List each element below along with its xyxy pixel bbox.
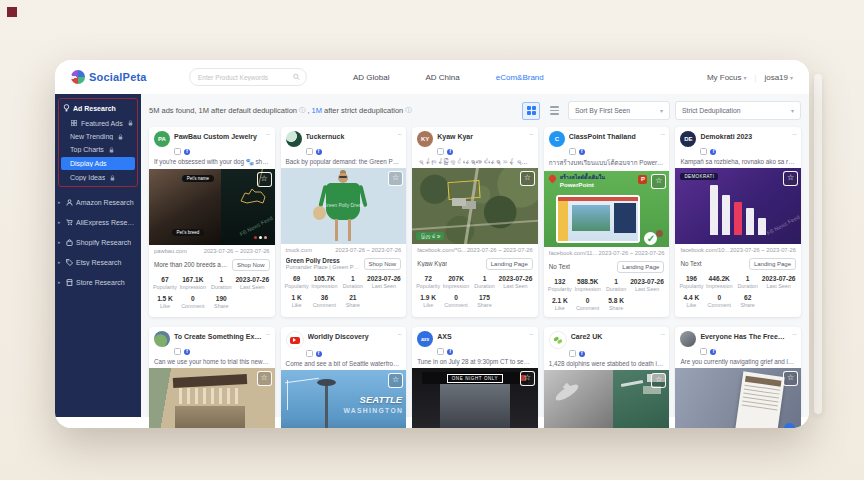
sidebar-item-top-charts[interactable]: Top Charts (59, 143, 137, 156)
sidebar-item-copy-ideas[interactable]: Copy Ideas (59, 171, 137, 184)
nav-ad-global[interactable]: AD Global (353, 73, 389, 82)
stat-last-seen: 2023-07-26Last Seen (497, 275, 534, 289)
ad-image[interactable]: ONE NIGHT ONLY ☆ (412, 368, 538, 428)
info-icon[interactable]: ⓘ (299, 106, 306, 115)
scrollbar[interactable] (814, 74, 822, 414)
advertiser-name[interactable]: PawBau Custom Jewelry (174, 131, 262, 141)
search-box[interactable] (189, 68, 307, 86)
ad-image[interactable]: ☆ (675, 368, 801, 428)
card-menu-icon[interactable]: ··· (529, 331, 533, 338)
advertiser-name[interactable]: Demokrati 2023 (700, 131, 788, 141)
ad-card-freedom[interactable]: Everyone Has The Freedom To... ··· f Are… (675, 327, 801, 428)
chevron-down-icon: ▾ (790, 75, 793, 81)
landing-page-button[interactable]: Landing Page (486, 258, 533, 270)
ad-domain[interactable]: facebook.com/*G... (417, 247, 466, 253)
advertiser-name[interactable]: Worldly Discovery (308, 331, 394, 341)
facebook-icon: f (447, 149, 453, 155)
card-menu-icon[interactable]: ··· (660, 131, 664, 138)
card-menu-icon[interactable]: ··· (792, 131, 796, 138)
ad-image[interactable]: สร้างสไลด์ดั้งเดิมใน PowerPoint P ✓ ☆ (544, 171, 670, 247)
card-menu-icon[interactable]: ··· (397, 331, 401, 338)
summary-text: 5M ads found, 1M after default deduplica… (149, 106, 297, 115)
strict-dedup-count[interactable]: 1M (312, 106, 322, 115)
card-menu-icon[interactable]: ··· (529, 131, 533, 138)
list-view-button[interactable] (545, 102, 563, 120)
card-menu-icon[interactable]: ··· (660, 331, 664, 338)
stat-popularity: 132Popularity (548, 278, 572, 292)
sidebar-item-amazon-research[interactable]: ▸ Amazon Research (55, 192, 141, 212)
favorite-star-icon[interactable]: ☆ (651, 174, 666, 189)
ad-card-kyaw-kyar[interactable]: KY Kyaw Kyar ··· f ရန်ကုန်မြို့တွင် နေရာ… (412, 127, 538, 317)
landing-page-button[interactable]: Landing Page (617, 261, 664, 273)
landing-page-button[interactable]: Landing Page (749, 258, 796, 270)
advertiser-name[interactable]: To Create Something Exceptio... (174, 331, 262, 341)
advertiser-name[interactable]: AXS (437, 331, 525, 341)
search-input[interactable] (196, 73, 293, 82)
bulb-icon (62, 104, 70, 112)
favorite-star-icon[interactable]: ☆ (783, 371, 798, 386)
advertiser-name[interactable]: Everyone Has The Freedom To... (700, 331, 788, 341)
sidebar-item-shopify-research[interactable]: ▸ Shopify Research (55, 232, 141, 252)
sidebar-item-etsy-research[interactable]: ▸ Etsy Research (55, 252, 141, 272)
ad-card-solar[interactable]: To Create Something Exceptio... ··· f Ca… (149, 327, 275, 428)
card-menu-icon[interactable]: ··· (792, 331, 796, 338)
sidebar-item-display-ads[interactable]: Display Ads (61, 157, 135, 170)
ad-image[interactable]: ☆ (149, 368, 275, 428)
sidebar-item-featured-ads[interactable]: Featured Ads (59, 116, 137, 130)
ad-domain[interactable]: pawbau.com (154, 248, 187, 254)
favorite-star-icon[interactable]: ☆ (257, 371, 272, 386)
dedup-dropdown[interactable]: Strict Deduplication ▾ (675, 101, 801, 120)
favorite-star-icon[interactable]: ☆ (520, 371, 535, 386)
my-focus-menu[interactable]: My Focus▾ (707, 73, 747, 82)
platform-icons: f (412, 147, 538, 155)
favorite-star-icon[interactable]: ☆ (520, 171, 535, 186)
ad-image[interactable]: Pet's name Pet's breed FB News Feed ☆ (149, 169, 275, 245)
ad-image[interactable]: ☆ (544, 370, 670, 428)
shop-now-button[interactable]: Shop Now (364, 258, 402, 270)
ad-image[interactable]: မြကျွန်းသာ ☆ (412, 168, 538, 244)
ad-card-care2[interactable]: Care2 UK ··· f 1,428 dolphins were stabb… (544, 327, 670, 428)
nav-ecom-brand[interactable]: eCom&Brand (496, 73, 544, 82)
favorite-star-icon[interactable]: ☆ (783, 171, 798, 186)
dedup-value: Strict Deduplication (682, 107, 741, 114)
sort-dropdown[interactable]: Sort By First Seen ▾ (568, 101, 670, 120)
advertiser-name[interactable]: Kyaw Kyar (437, 131, 525, 141)
instagram-icon (569, 148, 576, 155)
ad-card-worldly-discovery[interactable]: Worldly Discovery ··· f Come and see a b… (281, 327, 407, 428)
ad-text: การสร้างบทเรียนแบบโต้ตอบจาก PowerPoint ง… (544, 155, 670, 171)
ad-card-pawbau[interactable]: PA PawBau Custom Jewelry ··· f If you're… (149, 127, 275, 317)
advertiser-name[interactable]: Tuckernuck (306, 131, 394, 141)
info-icon[interactable]: ⓘ (405, 106, 412, 115)
card-menu-icon[interactable]: ··· (266, 331, 270, 338)
favorite-star-icon[interactable]: ☆ (257, 172, 272, 187)
ad-domain[interactable]: facebook.com/10... (680, 247, 729, 253)
ad-card-tuckernuck[interactable]: Tuckernuck ··· f Back by popular demand:… (281, 127, 407, 317)
check-icon: ✓ (644, 232, 657, 245)
grid-view-button[interactable] (522, 102, 540, 120)
shop-now-button[interactable]: Shop Now (232, 259, 270, 271)
ad-domain[interactable]: tnuck.com (286, 247, 312, 253)
ad-domain[interactable]: facebook.com/11... (549, 250, 598, 256)
chevron-down-icon: ▾ (660, 107, 663, 114)
favorite-star-icon[interactable]: ☆ (651, 373, 666, 388)
card-menu-icon[interactable]: ··· (397, 131, 401, 138)
sidebar-item-new-trending[interactable]: New Trending (59, 130, 137, 143)
ad-image[interactable]: Green Polly Dress ☆ (281, 168, 407, 244)
ad-card-axs[interactable]: axs AXS ··· f Tune in on July 28 at 9:30… (412, 327, 538, 428)
ad-image[interactable]: DEMOKRATI FB News Feed ☆ (675, 168, 801, 244)
sidebar-item-store-research[interactable]: ▸ Store Research (55, 272, 141, 292)
socialpeta-logo[interactable]: SocialPeta (71, 70, 175, 84)
advertiser-name[interactable]: ClassPoint Thailand (569, 131, 657, 141)
ad-card-demokrati[interactable]: DE Demokrati 2023 ··· f Kampaň sa rozbie… (675, 127, 801, 317)
stat-last-seen: 2023-07-26Last Seen (629, 278, 666, 292)
ad-card-classpoint[interactable]: C ClassPoint Thailand ··· f การสร้างบทเร… (544, 127, 670, 317)
favorite-star-icon[interactable]: ☆ (388, 171, 403, 186)
card-menu-icon[interactable]: ··· (266, 131, 270, 138)
favorite-star-icon[interactable]: ☆ (388, 373, 403, 388)
advertiser-name[interactable]: Care2 UK (571, 331, 657, 341)
ad-image[interactable]: SEATTLE WASHINGTON ☆ (281, 370, 407, 428)
nav-ad-china[interactable]: AD China (425, 73, 459, 82)
sidebar-item-ad-research[interactable]: Ad Research (59, 100, 137, 116)
sidebar-item-aliexpress-research[interactable]: ▸ AliExpress Research (55, 212, 141, 232)
user-menu[interactable]: josa19▾ (764, 73, 793, 82)
